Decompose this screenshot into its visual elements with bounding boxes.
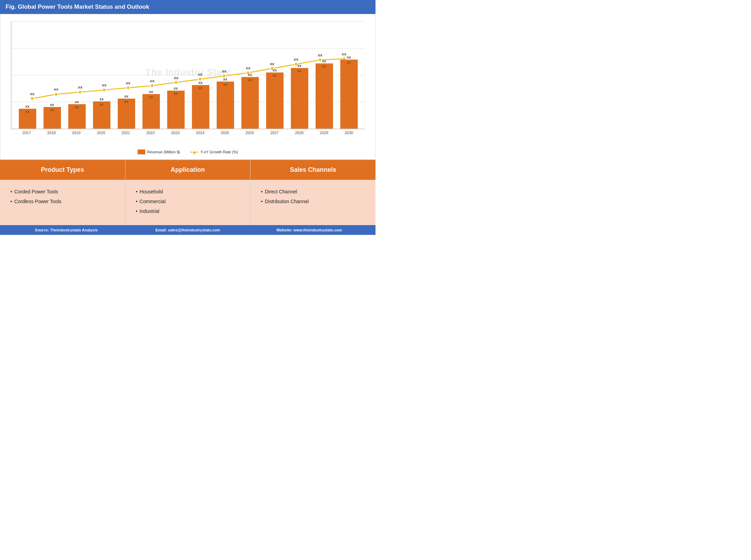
bar-val-above-2030: XX [347, 56, 351, 59]
bar-val-above-2019: XX [75, 100, 79, 104]
bar-val-above-2025: XX [223, 78, 227, 81]
list-item: Industrial [136, 206, 240, 216]
card-body-2: Direct ChannelDistribution Channel [250, 180, 376, 225]
bar-val-above-2022: XX [149, 90, 153, 94]
x-label-2027: 2027 [262, 129, 287, 135]
bar-group-2024: XXXX [188, 21, 213, 129]
x-label-2025: 2025 [212, 129, 237, 135]
bar-2020: XX [93, 101, 110, 129]
legend-yoy-label: Y-oY Growth Rate (%) [200, 150, 238, 154]
bar-val-inside-2023: XX [167, 91, 185, 95]
x-label-2017: 2017 [14, 129, 39, 135]
x-label-2021: 2021 [114, 129, 138, 135]
bar-group-2025: XXXX [213, 21, 238, 129]
bar-val-inside-2029: XX [316, 63, 333, 68]
card-body-1: HouseholdCommercialIndustrial [125, 180, 250, 225]
bottom-section: Product TypesCorded Power ToolsCordless … [0, 160, 376, 225]
bar-val-inside-2021: XX [118, 99, 135, 103]
footer-email: Email: sales@theindustrystats.com [127, 228, 249, 232]
footer-source-label: Source: Theindustrystats Analysis [35, 228, 98, 232]
bar-2030: XX [340, 60, 358, 129]
legend-bar-icon [138, 149, 145, 154]
legend-yoy: Y-oY Growth Rate (%) [191, 149, 238, 154]
x-label-2024: 2024 [188, 129, 212, 135]
x-label-2020: 2020 [88, 129, 113, 135]
footer-email-label: Email: sales@theindustrystats.com [155, 228, 220, 232]
bar-group-2018: XXXX [40, 21, 64, 129]
card-header-2: Sales Channels [250, 160, 376, 180]
chart-section: The Industry Stats market research XXXXX… [0, 14, 376, 160]
x-axis: 2017201820192020202120222023202420252026… [11, 129, 365, 135]
bar-2027: XX [266, 72, 284, 129]
bar-val-inside-2024: XX [192, 85, 209, 90]
bar-2029: XX [316, 63, 333, 129]
bar-group-2022: XXXX [139, 21, 163, 129]
page-header: Fig. Global Power Tools Market Status an… [0, 0, 376, 14]
bar-group-2021: XXXX [114, 21, 139, 129]
x-label-2023: 2023 [163, 129, 188, 135]
bar-2021: XX [118, 99, 135, 129]
bar-val-inside-2030: XX [340, 60, 358, 64]
list-item: Household [136, 187, 240, 197]
bar-2025: XX [217, 82, 234, 129]
x-label-2029: 2029 [312, 129, 336, 135]
bar-group-2029: XXXX [312, 21, 336, 129]
chart-area: The Industry Stats market research XXXXX… [11, 21, 365, 129]
bars-wrapper: XXXXXXXXXXXXXXXXXXXXXXXXXXXXXXXXXXXXXXXX… [11, 21, 365, 129]
bar-2024: XX [192, 85, 209, 129]
bar-group-2017: XXXX [15, 21, 40, 129]
bar-2019: XX [68, 104, 86, 129]
list-item: Direct Channel [261, 187, 365, 197]
bar-group-2026: XXXX [238, 21, 262, 129]
list-item: Commercial [136, 197, 240, 206]
bar-val-above-2028: XX [297, 64, 301, 68]
bar-val-above-2018: XX [50, 103, 54, 107]
list-item: Corded Power Tools [10, 187, 115, 197]
x-label-2019: 2019 [64, 129, 88, 135]
bar-val-above-2023: XX [173, 87, 178, 90]
bar-val-above-2020: XX [99, 98, 103, 101]
bar-val-inside-2018: XX [44, 107, 61, 112]
bar-val-inside-2027: XX [266, 72, 284, 77]
x-label-2018: 2018 [39, 129, 64, 135]
legend-revenue: Revenue (Million $) [138, 149, 180, 154]
bar-val-inside-2017: XX [19, 109, 36, 114]
legend-line-icon [191, 152, 198, 153]
page-title: Fig. Global Power Tools Market Status an… [6, 3, 149, 10]
bar-val-above-2027: XX [272, 69, 277, 72]
card-header-0: Product Types [0, 160, 125, 180]
bar-val-above-2024: XX [198, 81, 202, 85]
bar-val-inside-2028: XX [291, 68, 308, 73]
x-label-2030: 2030 [336, 129, 361, 135]
legend-revenue-label: Revenue (Million $) [147, 150, 180, 154]
bar-2028: XX [291, 68, 308, 129]
bar-val-inside-2020: XX [93, 101, 110, 106]
card-header-1: Application [125, 160, 250, 180]
bar-val-above-2021: XX [124, 95, 128, 98]
bar-2022: XX [142, 94, 160, 129]
bar-val-inside-2019: XX [68, 104, 86, 109]
bar-val-inside-2025: XX [217, 82, 234, 86]
list-item: Cordless Power Tools [10, 197, 115, 206]
bar-group-2020: XXXX [89, 21, 114, 129]
footer: Source: Theindustrystats Analysis Email:… [0, 225, 376, 235]
bottom-card-2: Sales ChannelsDirect ChannelDistribution… [250, 160, 376, 225]
bottom-card-0: Product TypesCorded Power ToolsCordless … [0, 160, 125, 225]
bar-val-inside-2022: XX [142, 94, 160, 99]
bar-val-above-2017: XX [25, 105, 29, 108]
chart-legend: Revenue (Million $) Y-oY Growth Rate (%) [11, 147, 365, 156]
x-label-2028: 2028 [287, 129, 312, 135]
bar-group-2019: XXXX [64, 21, 89, 129]
bottom-card-1: ApplicationHouseholdCommercialIndustrial [125, 160, 251, 225]
footer-website: Website: www.theindustrystats.com [248, 228, 370, 232]
list-item: Distribution Channel [261, 197, 365, 206]
bar-2018: XX [44, 107, 61, 129]
bar-val-above-2029: XX [322, 60, 326, 63]
card-body-0: Corded Power ToolsCordless Power Tools [0, 180, 125, 225]
bar-group-2030: XXXX [336, 21, 361, 129]
bar-2023: XX [167, 91, 185, 129]
bar-val-inside-2026: XX [241, 77, 259, 82]
x-label-2026: 2026 [237, 129, 262, 135]
bar-group-2028: XXXX [287, 21, 312, 129]
x-label-2022: 2022 [138, 129, 163, 135]
